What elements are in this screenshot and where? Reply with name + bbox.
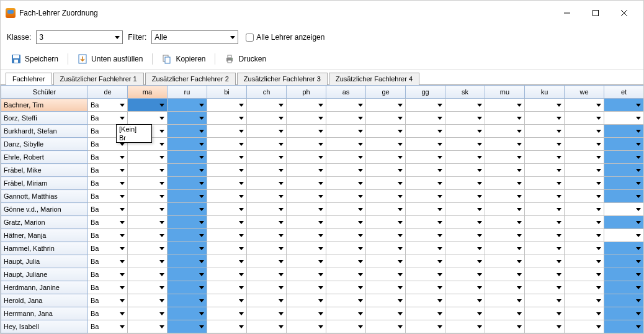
tab-1[interactable]: Zusätzlicher Fachlehrer 1	[53, 73, 144, 85]
cell-ph[interactable]	[287, 112, 326, 125]
cell-ph[interactable]	[287, 99, 326, 112]
cell-ma[interactable]	[128, 164, 168, 177]
cell-as[interactable]	[326, 203, 366, 216]
cell-gg[interactable]	[406, 190, 445, 203]
cell-ku[interactable]	[525, 229, 565, 242]
cell-ch[interactable]	[247, 164, 287, 177]
cell-as[interactable]	[326, 294, 366, 307]
cell-ge[interactable]	[366, 177, 406, 190]
cell-sk[interactable]	[445, 99, 485, 112]
cell-ph[interactable]	[287, 242, 326, 255]
cell-et[interactable]	[604, 125, 644, 138]
cell-bi[interactable]	[207, 320, 247, 333]
col-header-de[interactable]: de	[88, 86, 128, 99]
close-button[interactable]	[610, 4, 638, 22]
row-header[interactable]: Gratz, Marion	[1, 216, 88, 229]
cell-ku[interactable]	[525, 190, 565, 203]
row-header[interactable]: Gönne v.d., Marion	[1, 203, 88, 216]
cell-sk[interactable]	[445, 281, 485, 294]
cell-as[interactable]	[326, 320, 366, 333]
cell-ge[interactable]	[366, 99, 406, 112]
cell-et[interactable]	[604, 333, 644, 334]
cell-ph[interactable]	[287, 190, 326, 203]
row-header[interactable]: Häfner, Manja	[1, 229, 88, 242]
cell-gg[interactable]	[406, 216, 445, 229]
cell-ph[interactable]	[287, 229, 326, 242]
cell-as[interactable]	[326, 242, 366, 255]
row-header[interactable]: Herrmann, Jana	[1, 307, 88, 320]
cell-we[interactable]	[565, 203, 604, 216]
cell-we[interactable]	[565, 242, 604, 255]
tab-0[interactable]: Fachlehrer	[6, 73, 52, 85]
cell-ru[interactable]	[168, 190, 207, 203]
cell-ru[interactable]	[168, 229, 207, 242]
cell-as[interactable]	[326, 307, 366, 320]
cell-ph[interactable]	[287, 268, 326, 281]
cell-sk[interactable]	[445, 164, 485, 177]
cell-ch[interactable]	[247, 281, 287, 294]
grid[interactable]: SchülerdemarubichphasgeggskmukuweeterBac…	[1, 85, 643, 333]
cell-ge[interactable]	[366, 255, 406, 268]
cell-ma[interactable]	[128, 229, 168, 242]
cell-mu[interactable]	[485, 268, 525, 281]
col-header-et[interactable]: et	[604, 86, 644, 99]
cell-ge[interactable]	[366, 333, 406, 334]
cell-ge[interactable]	[366, 294, 406, 307]
cell-sk[interactable]	[445, 138, 485, 151]
cell-we[interactable]	[565, 268, 604, 281]
cell-ph[interactable]	[287, 138, 326, 151]
col-header-ph[interactable]: ph	[287, 86, 326, 99]
cell-we[interactable]	[565, 320, 604, 333]
cell-ch[interactable]	[247, 138, 287, 151]
cell-ku[interactable]	[525, 177, 565, 190]
cell-ph[interactable]	[287, 203, 326, 216]
cell-mu[interactable]	[485, 281, 525, 294]
cell-ch[interactable]	[247, 151, 287, 164]
cell-gg[interactable]	[406, 307, 445, 320]
cell-ph[interactable]	[287, 294, 326, 307]
cell-ph[interactable]	[287, 255, 326, 268]
print-button[interactable]: Drucken	[219, 52, 272, 66]
cell-mu[interactable]	[485, 333, 525, 334]
cell-as[interactable]	[326, 255, 366, 268]
cell-sk[interactable]	[445, 294, 485, 307]
cell-ku[interactable]	[525, 164, 565, 177]
cell-as[interactable]	[326, 229, 366, 242]
cell-ma[interactable]	[128, 307, 168, 320]
show-all-checkbox-input[interactable]	[246, 34, 254, 42]
cell-we[interactable]	[565, 281, 604, 294]
cell-gg[interactable]	[406, 281, 445, 294]
cell-ph[interactable]	[287, 320, 326, 333]
cell-as[interactable]	[326, 216, 366, 229]
cell-de[interactable]: Ba	[88, 203, 128, 216]
cell-ch[interactable]	[247, 333, 287, 334]
cell-ge[interactable]	[366, 151, 406, 164]
cell-mu[interactable]	[485, 203, 525, 216]
cell-bi[interactable]	[207, 190, 247, 203]
cell-we[interactable]	[565, 216, 604, 229]
cell-gg[interactable]	[406, 268, 445, 281]
cell-ma[interactable]	[128, 333, 168, 334]
cell-bi[interactable]	[207, 216, 247, 229]
cell-de[interactable]: Ba	[88, 229, 128, 242]
cell-de[interactable]: Ba	[88, 151, 128, 164]
cell-sk[interactable]	[445, 190, 485, 203]
cell-ch[interactable]	[247, 242, 287, 255]
cell-ku[interactable]	[525, 216, 565, 229]
cell-mu[interactable]	[485, 320, 525, 333]
col-header-gg[interactable]: gg	[406, 86, 445, 99]
cell-bi[interactable]	[207, 255, 247, 268]
cell-ku[interactable]	[525, 99, 565, 112]
cell-ge[interactable]	[366, 112, 406, 125]
cell-ch[interactable]	[247, 190, 287, 203]
save-button[interactable]: Speichern	[6, 52, 64, 66]
cell-we[interactable]	[565, 229, 604, 242]
col-header-ru[interactable]: ru	[168, 86, 207, 99]
cell-ru[interactable]	[168, 164, 207, 177]
cell-ru[interactable]	[168, 151, 207, 164]
cell-as[interactable]	[326, 138, 366, 151]
cell-ru[interactable]	[168, 138, 207, 151]
cell-as[interactable]	[326, 190, 366, 203]
filter-combo[interactable]: Alle	[151, 30, 238, 44]
cell-gg[interactable]	[406, 320, 445, 333]
